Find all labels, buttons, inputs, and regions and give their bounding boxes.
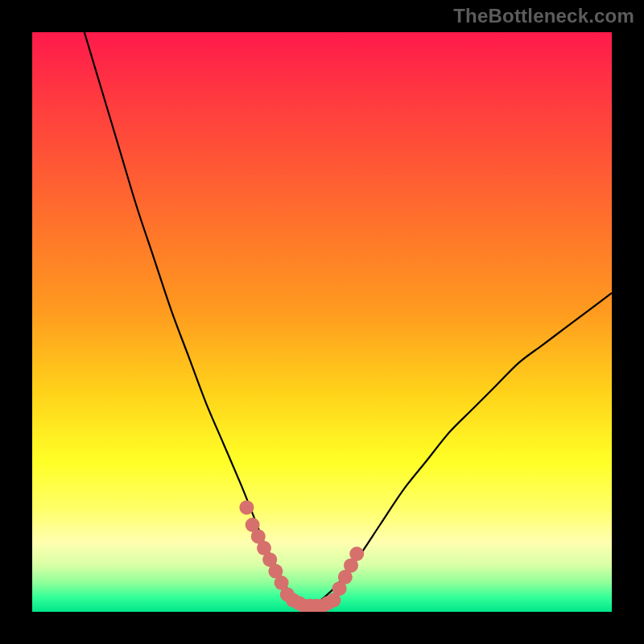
highlight-left-descent-dot bbox=[239, 500, 254, 514]
plot-area bbox=[32, 32, 612, 612]
watermark-text: TheBottleneck.com bbox=[453, 5, 634, 27]
chart-frame: TheBottleneck.com bbox=[0, 0, 644, 644]
gradient-background bbox=[32, 32, 612, 612]
chart-svg bbox=[32, 32, 612, 612]
highlight-right-ascent-dot bbox=[349, 547, 364, 561]
